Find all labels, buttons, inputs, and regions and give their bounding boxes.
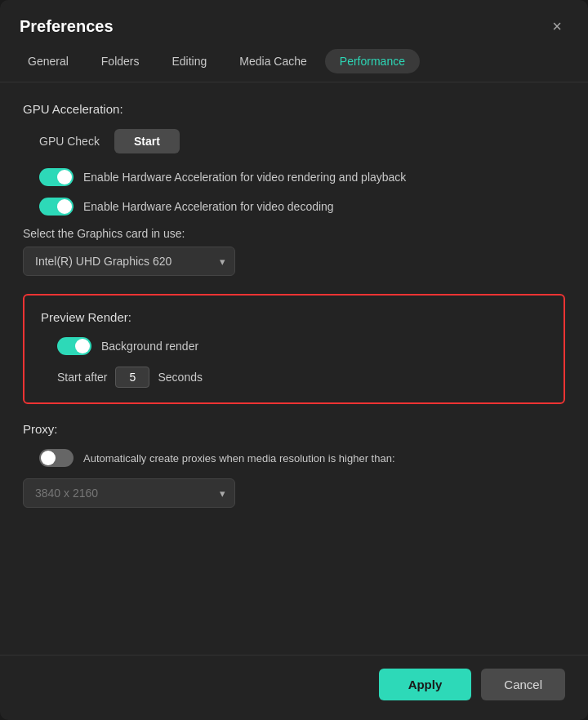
start-after-label: Start after: [57, 371, 107, 384]
preview-render-section: Preview Render: Background render Start …: [23, 294, 565, 404]
dialog-footer: Apply Cancel: [0, 655, 588, 720]
proxy-title: Proxy:: [23, 422, 565, 436]
dialog-title: Preferences: [20, 17, 114, 36]
gpu-check-label: GPU Check: [39, 135, 100, 148]
hw-accel-decode-toggle[interactable]: [39, 198, 74, 216]
content-area: GPU Acceleration: GPU Check Start Enable…: [0, 82, 588, 655]
proxy-toggle-row: Automatically create proxies when media …: [39, 449, 565, 467]
gpu-acceleration-title: GPU Acceleration:: [23, 102, 565, 116]
graphics-card-section: Select the Graphics card in use: Intel(R…: [23, 227, 565, 276]
tab-media-cache[interactable]: Media Cache: [225, 49, 322, 73]
seconds-input[interactable]: [115, 367, 149, 388]
tab-performance[interactable]: Performance: [325, 49, 420, 73]
bg-render-label: Background render: [101, 340, 198, 353]
preview-render-title: Preview Render:: [41, 310, 547, 324]
hw-accel-render-row: Enable Hardware Acceleration for video r…: [39, 168, 565, 186]
tab-editing[interactable]: Editing: [158, 49, 222, 73]
tab-general[interactable]: General: [13, 49, 83, 73]
graphics-card-label: Select the Graphics card in use:: [23, 227, 565, 240]
graphics-card-select-wrap: Intel(R) UHD Graphics 620 ▾: [23, 247, 235, 276]
hw-accel-render-label: Enable Hardware Acceleration for video r…: [83, 171, 406, 184]
proxy-auto-toggle[interactable]: [39, 449, 74, 467]
cancel-button[interactable]: Cancel: [481, 669, 565, 700]
preferences-dialog: Preferences × General Folders Editing Me…: [0, 0, 588, 720]
hw-accel-decode-row: Enable Hardware Acceleration for video d…: [39, 198, 565, 216]
apply-button[interactable]: Apply: [379, 669, 472, 700]
hw-accel-render-toggle[interactable]: [39, 168, 74, 186]
seconds-label: Seconds: [158, 371, 202, 384]
tab-folders[interactable]: Folders: [87, 49, 154, 73]
start-button[interactable]: Start: [114, 129, 180, 153]
start-after-row: Start after Seconds: [57, 367, 547, 388]
bg-render-row: Background render: [57, 337, 547, 355]
hw-accel-decode-label: Enable Hardware Acceleration for video d…: [83, 200, 334, 213]
graphics-card-select[interactable]: Intel(R) UHD Graphics 620: [23, 247, 235, 276]
close-button[interactable]: ×: [546, 15, 568, 38]
proxy-resolution-select-wrap: 3840 x 2160 ▾: [23, 478, 235, 508]
proxy-resolution-select[interactable]: 3840 x 2160: [23, 478, 235, 508]
proxy-resolution-wrap: 3840 x 2160 ▾: [23, 478, 565, 508]
tab-bar: General Folders Editing Media Cache Perf…: [0, 49, 588, 82]
bg-render-toggle[interactable]: [57, 337, 91, 355]
proxy-toggle-label: Automatically create proxies when media …: [83, 452, 395, 464]
dialog-header: Preferences ×: [0, 0, 588, 49]
gpu-check-row: GPU Check Start: [39, 129, 565, 153]
